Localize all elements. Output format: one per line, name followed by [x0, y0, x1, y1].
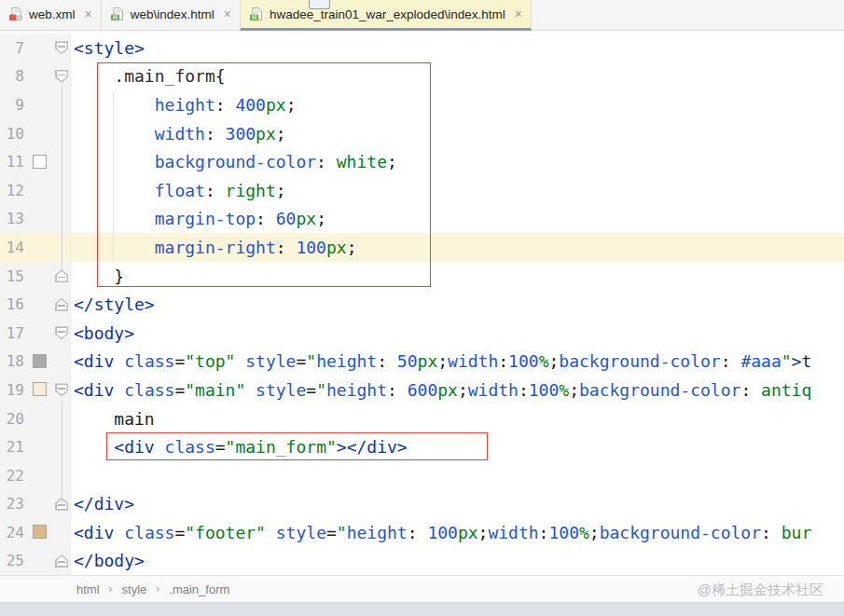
line-number: 14: [0, 239, 24, 256]
line-number: 18: [0, 352, 24, 370]
code-line[interactable]: <div class="main_form"></div>: [71, 437, 844, 457]
fold-marker-icon[interactable]: [55, 326, 68, 339]
gutter: 16: [0, 290, 71, 319]
code-line[interactable]: <div class="footer" style="height: 100px…: [71, 523, 844, 542]
code-line[interactable]: </style>: [71, 294, 844, 314]
code-line[interactable]: <body>: [71, 323, 844, 343]
code-line-row: 11 background-color: white;: [0, 147, 844, 176]
code-line[interactable]: width: 300px;: [71, 124, 844, 144]
code-line-row: 7<style>: [0, 34, 844, 62]
code-line[interactable]: main: [71, 409, 844, 429]
line-number: 21: [0, 438, 24, 456]
color-swatch[interactable]: [33, 525, 47, 539]
gutter: 17: [0, 319, 71, 348]
fold-marker-icon[interactable]: [55, 554, 68, 568]
gutter: 11: [0, 147, 71, 176]
code-line-row: 13 margin-top: 60px;: [0, 205, 844, 234]
gutter: 23: [0, 490, 71, 519]
code-line-row: 18<div class="top" style="height: 50px;w…: [0, 348, 844, 376]
gutter: 10: [0, 119, 71, 148]
fold-marker-icon[interactable]: [55, 383, 68, 396]
breadcrumb: html › style › .main_form @稀土掘金技术社区: [0, 575, 844, 602]
editor-lines: 7<style>8 .main_form{9 height: 400px;10 …: [0, 34, 844, 575]
close-icon[interactable]: ×: [85, 7, 92, 21]
close-icon[interactable]: ×: [515, 7, 522, 21]
code-line[interactable]: float: right;: [71, 181, 844, 200]
line-number: 25: [0, 552, 24, 569]
color-swatch[interactable]: [33, 155, 47, 169]
line-number: 7: [0, 39, 24, 57]
code-line[interactable]: <style>: [71, 38, 844, 58]
fold-marker-icon[interactable]: [55, 70, 68, 83]
gutter: 12: [0, 176, 71, 205]
tab-hwadee-index-html[interactable]: H hwadee_train01_war_exploded\index.html…: [241, 0, 532, 31]
ide-window: web.xml × H web\index.html × H hwadee_tr…: [0, 0, 844, 616]
gutter: 19: [0, 376, 71, 404]
code-line[interactable]: background-color: white;: [71, 152, 844, 171]
code-editor[interactable]: 7<style>8 .main_form{9 height: 400px;10 …: [0, 31, 844, 575]
code-line-row: 20 main: [0, 404, 844, 433]
tab-web-xml[interactable]: web.xml ×: [0, 0, 102, 31]
line-number: 10: [0, 125, 24, 143]
status-strip: [0, 602, 844, 616]
code-line[interactable]: <div class="main" style="height: 600px;w…: [71, 380, 844, 400]
code-line[interactable]: margin-right: 100px;: [71, 238, 844, 257]
breadcrumb-item-style[interactable]: style: [120, 582, 149, 596]
editor-tab-bar: web.xml × H web\index.html × H hwadee_tr…: [0, 0, 844, 31]
watermark: @稀土掘金技术社区: [698, 582, 823, 599]
tab-web-index-html[interactable]: H web\index.html ×: [102, 0, 241, 31]
code-line-row: 16</style>: [0, 290, 844, 319]
gutter: 9: [0, 90, 71, 119]
code-line-row: 8 .main_form{: [0, 62, 844, 91]
color-swatch[interactable]: [33, 382, 47, 396]
code-line-row: 25</body>: [0, 547, 844, 575]
fold-marker-icon[interactable]: [55, 41, 68, 54]
gutter: 14: [0, 233, 71, 262]
fold-scope-line: [62, 85, 62, 269]
code-line-row: 12 float: right;: [0, 176, 844, 205]
code-line[interactable]: height: 400px;: [71, 95, 844, 115]
breadcrumb-item-html[interactable]: html: [75, 582, 102, 596]
fold-marker-icon[interactable]: [55, 269, 68, 282]
line-number: 9: [0, 96, 24, 114]
gutter: 22: [0, 461, 71, 490]
color-swatch[interactable]: [33, 354, 47, 368]
svg-text:H: H: [113, 14, 118, 21]
html-file-icon: H: [249, 7, 264, 21]
code-line-row: 9 height: 400px;: [0, 90, 844, 119]
chevron-right-icon: ›: [102, 582, 120, 595]
code-line-row: 24<div class="footer" style="height: 100…: [0, 518, 844, 547]
code-line[interactable]: </body>: [71, 551, 844, 570]
code-line[interactable]: margin-top: 60px;: [71, 209, 844, 228]
tab-label: web.xml: [29, 7, 76, 21]
line-number: 13: [0, 210, 24, 227]
line-number: 15: [0, 267, 24, 285]
tab-label: hwadee_train01_war_exploded\index.html: [270, 7, 505, 21]
indent-guide: [113, 91, 114, 261]
code-line-row: 19<div class="main" style="height: 600px…: [0, 376, 844, 404]
line-number: 11: [0, 153, 24, 171]
line-number: 19: [0, 381, 24, 399]
line-number: 12: [0, 182, 24, 199]
gutter: 21: [0, 432, 71, 461]
close-icon[interactable]: ×: [224, 7, 231, 21]
drag-tab-ghost-icon: [309, 0, 330, 9]
fold-marker-icon[interactable]: [55, 298, 68, 311]
code-line[interactable]: }: [71, 267, 844, 286]
gutter: 7: [0, 34, 71, 62]
line-number: 22: [0, 467, 24, 485]
breadcrumb-item-main-form[interactable]: .main_form: [167, 582, 231, 596]
html-file-icon: H: [110, 7, 125, 21]
code-line[interactable]: <div class="top" style="height: 50px;wid…: [71, 351, 844, 371]
tab-label: web\index.html: [131, 7, 214, 21]
code-line-row: 10 width: 300px;: [0, 119, 844, 148]
line-number: 17: [0, 324, 24, 342]
gutter: 13: [0, 205, 71, 234]
webxml-file-icon: [8, 7, 23, 21]
code-line-row: 15 }: [0, 262, 844, 291]
gutter: 20: [0, 404, 71, 433]
line-number: 20: [0, 410, 24, 428]
code-line[interactable]: </div>: [71, 494, 844, 513]
code-line[interactable]: .main_form{: [71, 66, 844, 86]
code-line-row: 14 margin-right: 100px;: [0, 233, 844, 262]
